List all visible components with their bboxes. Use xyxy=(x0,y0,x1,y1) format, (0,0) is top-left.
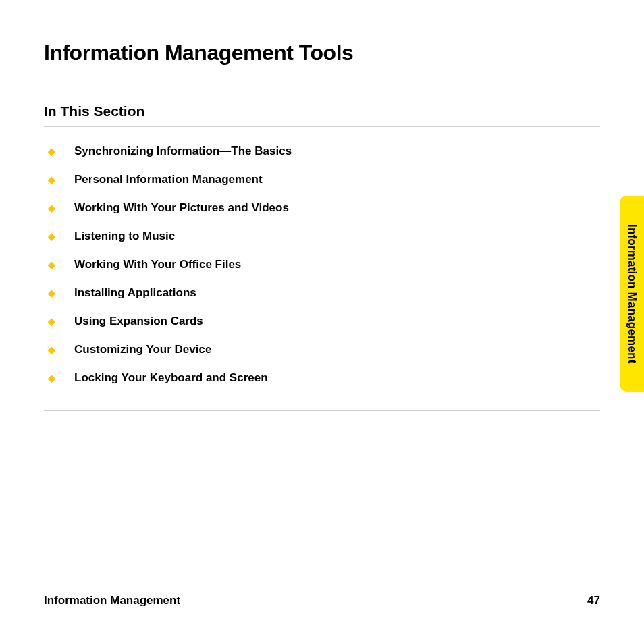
list-item[interactable]: ◆ Working With Your Office Files xyxy=(44,258,600,271)
footer-section-label: Information Management xyxy=(44,594,180,608)
diamond-bullet-icon: ◆ xyxy=(48,203,55,213)
list-item[interactable]: ◆ Personal Information Management xyxy=(44,173,600,186)
list-item[interactable]: ◆ Synchronizing Information—The Basics xyxy=(44,144,600,158)
toc-item-label: Working With Your Pictures and Videos xyxy=(74,201,289,215)
diamond-bullet-icon: ◆ xyxy=(48,288,55,298)
diamond-bullet-icon: ◆ xyxy=(48,146,55,156)
page-title: Information Management Tools xyxy=(44,41,600,65)
section-heading: In This Section xyxy=(44,103,600,127)
toc-list: ◆ Synchronizing Information—The Basics ◆… xyxy=(44,144,600,411)
section-tab[interactable]: Information Management xyxy=(620,196,644,392)
list-item[interactable]: ◆ Working With Your Pictures and Videos xyxy=(44,201,600,215)
toc-item-label: Locking Your Keyboard and Screen xyxy=(74,371,268,385)
diamond-bullet-icon: ◆ xyxy=(48,232,55,241)
toc-item-label: Synchronizing Information—The Basics xyxy=(74,144,292,158)
list-item[interactable]: ◆ Locking Your Keyboard and Screen xyxy=(44,371,600,385)
toc-item-label: Personal Information Management xyxy=(74,173,263,186)
list-item[interactable]: ◆ Customizing Your Device xyxy=(44,343,600,356)
diamond-bullet-icon: ◆ xyxy=(48,175,55,184)
toc-item-label: Customizing Your Device xyxy=(74,343,211,356)
diamond-bullet-icon: ◆ xyxy=(48,260,55,269)
toc-item-label: Working With Your Office Files xyxy=(74,258,241,271)
list-item[interactable]: ◆ Listening to Music xyxy=(44,230,600,243)
toc-item-label: Installing Applications xyxy=(74,286,196,300)
list-item[interactable]: ◆ Using Expansion Cards xyxy=(44,315,600,328)
diamond-bullet-icon: ◆ xyxy=(48,345,55,354)
list-item[interactable]: ◆ Installing Applications xyxy=(44,286,600,300)
page-number: 47 xyxy=(587,594,600,608)
diamond-bullet-icon: ◆ xyxy=(48,317,55,326)
diamond-bullet-icon: ◆ xyxy=(48,373,55,383)
toc-item-label: Listening to Music xyxy=(74,230,175,243)
page-footer: Information Management 47 xyxy=(44,594,600,608)
toc-item-label: Using Expansion Cards xyxy=(74,315,203,328)
section-tab-label: Information Management xyxy=(625,224,639,364)
